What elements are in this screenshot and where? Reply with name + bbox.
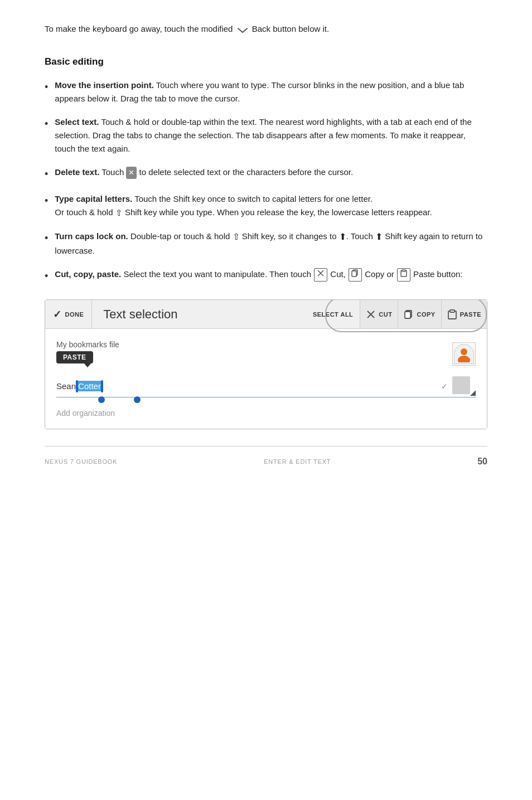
content-area: My bookmarks file PASTE: [45, 329, 487, 429]
cut-icon: [366, 309, 376, 319]
svg-rect-3: [352, 271, 356, 277]
shift-icon-caps: ⇧: [233, 230, 240, 244]
copy-icon-inline: [349, 268, 362, 282]
cursor-handle-right: [134, 396, 141, 403]
avatar-icon: [454, 344, 474, 364]
text-selection-label: Text selection: [103, 307, 177, 322]
bullet-dot-capital: •: [45, 193, 48, 209]
copy-label-inline: Copy or: [365, 269, 394, 279]
bullet-content-capital: Type capital letters. Touch the Shift ke…: [55, 192, 487, 220]
bullet-bold-capital: Type capital letters.: [55, 194, 132, 203]
copy-icon: [404, 309, 414, 319]
toolbar-paste[interactable]: PASTE: [442, 300, 487, 328]
list-item-delete: • Delete text. Touch ✕ to delete selecte…: [45, 166, 487, 182]
toolbar-bar: ✓ DONE Text selection SELECT ALL CUT: [45, 300, 487, 329]
bullet-content-cut: Cut, copy, paste. Select the text you wa…: [55, 268, 487, 282]
svg-rect-9: [405, 312, 410, 318]
toolbar-select-all[interactable]: SELECT ALL: [306, 300, 360, 328]
bullet-rest-caps: Double-tap or touch & hold: [128, 231, 230, 241]
footer: NEXUS 7 GUIDEBOOK ENTER & EDIT TEXT 50: [45, 457, 487, 467]
bullet-list: • Move the insertion point. Touch where …: [45, 79, 487, 284]
cursor-handle-left: [98, 396, 105, 403]
list-item-capital: • Type capital letters. Touch the Shift …: [45, 192, 487, 220]
content-top-row: My bookmarks file PASTE: [56, 340, 476, 367]
bullet-dot-cut: •: [45, 268, 48, 284]
check-icon: ✓: [53, 308, 62, 321]
intro-paragraph: To make the keyboard go away, touch the …: [45, 22, 487, 36]
list-item-move: • Move the insertion point. Touch where …: [45, 79, 487, 105]
bullet-bold-delete: Delete text.: [55, 167, 99, 177]
bullet-rest-before-delete: Touch: [99, 167, 126, 177]
footer-page-number: 50: [477, 457, 487, 467]
name-prefix: Sean: [56, 381, 76, 391]
done-label: DONE: [65, 311, 84, 318]
svg-point-13: [458, 356, 470, 362]
paste-icon-inline: [397, 268, 410, 282]
bullet-dot-select: •: [45, 116, 48, 132]
name-section: Sean Cotter ✓ Add organization: [56, 376, 476, 418]
intro-text: To make the keyboard go away, touch the …: [45, 24, 233, 33]
bullet-rest-after-delete: to delete selected text or the character…: [137, 167, 353, 177]
arrow-up-solid-icon: ⬆: [339, 230, 346, 244]
cut-label: CUT: [379, 311, 392, 318]
list-item-select: • Select text. Touch & hold or double-ta…: [45, 115, 487, 156]
footer-chapter-title: ENTER & EDIT TEXT: [264, 458, 331, 465]
gray-box: [452, 376, 476, 396]
dropdown-check-icon: ✓: [441, 382, 448, 391]
bullet-bold-cut: Cut, copy, paste.: [55, 269, 121, 279]
bullet-rest-cut: Select the text you want to manipulate. …: [121, 269, 311, 279]
select-all-label: SELECT ALL: [313, 311, 353, 318]
paste-container: PASTE: [56, 351, 119, 367]
list-item-cut: • Cut, copy, paste. Select the text you …: [45, 268, 487, 284]
toolbar-cut[interactable]: CUT: [360, 300, 398, 328]
bullet-rest2b-capital: Shift key while you type. When you relea…: [125, 207, 432, 217]
bullet-rest2-capital: Or touch & hold: [55, 207, 113, 217]
file-row: My bookmarks file: [56, 340, 119, 349]
svg-point-12: [461, 348, 467, 355]
svg-rect-11: [450, 310, 454, 312]
bullet-content-move: Move the insertion point. Touch where yo…: [55, 79, 487, 105]
bullet-content-caps: Turn caps lock on. Double-tap or touch &…: [55, 230, 487, 258]
paste-label-inline: Paste button:: [413, 269, 462, 279]
arrow-up-solid2-icon: ⬆: [375, 230, 383, 244]
delete-icon: ✕: [126, 167, 137, 180]
list-item-caps: • Turn caps lock on. Double-tap or touch…: [45, 230, 487, 258]
toolbar-area: ✓ DONE Text selection SELECT ALL CUT: [45, 299, 487, 429]
intro-text2: Back button below it.: [252, 24, 329, 33]
cut-icon-inline: [314, 268, 327, 282]
bullet-content-select: Select text. Touch & hold or double-tap …: [55, 115, 487, 156]
toolbar-text-selection: Text selection: [92, 300, 306, 328]
name-input-row: Sean Cotter ✓: [56, 376, 476, 397]
content-left: My bookmarks file PASTE: [56, 340, 119, 367]
bullet-rest-select: Touch & hold or double-tap within the te…: [55, 117, 471, 153]
avatar-box: [452, 342, 476, 366]
footer-book-title: NEXUS 7 GUIDEBOOK: [45, 458, 117, 465]
name-selected: Cotter: [78, 381, 101, 391]
avatar-box-inner: [452, 342, 476, 366]
copy-label: COPY: [417, 311, 435, 318]
bullet-bold-caps: Turn caps lock on.: [55, 231, 128, 241]
bullet-content-delete: Delete text. Touch ✕ to delete selected …: [55, 166, 487, 179]
bullet-rest2-caps: Shift key, so it changes to: [242, 231, 337, 241]
bullet-dot-delete: •: [45, 166, 48, 182]
paste-label: PASTE: [460, 311, 481, 318]
paste-icon: [447, 309, 457, 319]
cursor-right: [101, 380, 103, 392]
section-title: Basic editing: [45, 56, 487, 67]
bullet-rest-capital: Touch the Shift key once to switch to ca…: [132, 194, 373, 203]
cut-label-inline: Cut,: [330, 269, 346, 279]
back-icon: [236, 23, 249, 36]
bullet-bold-move: Move the insertion point.: [55, 80, 154, 90]
paste-bubble[interactable]: PASTE: [56, 351, 93, 363]
svg-rect-5: [402, 270, 405, 271]
bullet-dot-move: •: [45, 79, 48, 95]
bullet-dot-caps: •: [45, 230, 48, 246]
bullet-rest3-caps: . Touch: [346, 231, 373, 241]
toolbar-copy[interactable]: COPY: [398, 300, 441, 328]
file-text: My bookmarks file: [56, 340, 119, 349]
footer-divider: [45, 446, 487, 447]
paste-arrow: [84, 363, 91, 367]
add-org-text[interactable]: Add organization: [56, 409, 476, 418]
toolbar-done[interactable]: ✓ DONE: [45, 300, 92, 328]
bullet-bold-select: Select text.: [55, 117, 99, 127]
